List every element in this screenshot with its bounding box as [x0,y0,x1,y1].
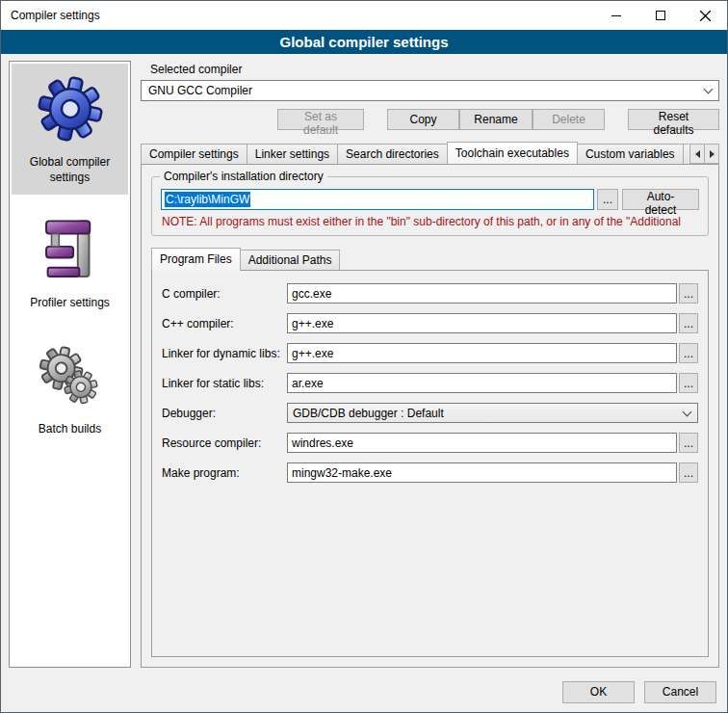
maximize-icon [656,11,665,20]
sidebar-item-label: Batch builds [39,422,101,437]
title-bar: Compiler settings [1,1,727,30]
caption-buttons [594,1,727,30]
tab-build-options-clipped[interactable]: Buil [683,144,689,164]
reset-defaults-button[interactable]: Reset defaults [628,109,719,130]
field-label: Linker for dynamic libs: [162,347,287,360]
field-label: Debugger: [162,407,287,420]
static-linker-input[interactable] [287,373,677,393]
sidebar-item-batch-builds[interactable]: Batch builds [12,330,128,447]
selected-compiler-label: Selected compiler [150,63,719,76]
program-files-panel: C compiler: ... C++ compiler: ... Linker… [151,270,709,657]
tab-search-directories[interactable]: Search directories [337,144,448,164]
browse-resource-compiler-button[interactable]: ... [679,433,698,453]
subtab-program-files[interactable]: Program Files [151,248,241,271]
chevron-down-icon [678,404,695,422]
tab-scroll-left-button[interactable] [689,144,705,164]
browse-directory-button[interactable]: ... [597,189,618,210]
field-row-c-compiler: C compiler: ... [162,283,698,304]
installation-directory-group-title: Compiler's installation directory [160,170,327,183]
field-row-cpp-compiler: C++ compiler: ... [162,313,698,333]
field-row-resource-compiler: Resource compiler: ... [162,433,698,453]
browse-cpp-compiler-button[interactable]: ... [679,313,698,333]
field-label: Linker for static libs: [162,377,287,390]
debugger-select-value: GDB/CDB debugger : Default [293,407,444,420]
banner-title: Global compiler settings [279,34,448,50]
browse-make-program-button[interactable]: ... [679,462,698,483]
settings-category-sidebar: Global compiler settings Profiler settin… [9,61,131,668]
minimize-button[interactable] [594,1,638,30]
copy-button[interactable]: Copy [387,109,459,130]
field-row-static-linker: Linker for static libs: ... [162,373,698,393]
compiler-select-value: GNU GCC Compiler [148,84,252,97]
dynamic-linker-input[interactable] [287,343,677,363]
c-compiler-input[interactable] [287,283,677,304]
tab-scroll-buttons [689,144,719,164]
debugger-select[interactable]: GDB/CDB debugger : Default [287,403,698,423]
dialog-footer: OK Cancel [1,672,727,712]
compiler-settings-dialog: Compiler settings Global compiler settin… [0,0,728,713]
installation-directory-group: Compiler's installation directory C:\ray… [151,176,709,236]
sidebar-item-label: Global compiler settings [13,155,126,185]
tabs-viewport: Compiler settings Linker settings Search… [141,142,689,164]
make-program-input[interactable] [287,462,677,483]
field-label: Make program: [162,466,287,480]
gear-icon [33,71,108,146]
resource-compiler-input[interactable] [287,433,677,453]
field-row-dynamic-linker: Linker for dynamic libs: ... [162,343,698,363]
auto-detect-button[interactable]: Auto-detect [622,189,699,210]
dialog-banner: Global compiler settings [1,30,727,54]
dialog-content: Global compiler settings Profiler settin… [1,54,727,672]
tab-compiler-settings[interactable]: Compiler settings [141,144,247,164]
programs-note: NOTE: All programs must exist either in … [162,215,698,228]
tab-scroll-right-button[interactable] [704,144,719,164]
cancel-button[interactable]: Cancel [644,681,716,703]
settings-tabstrip: Compiler settings Linker settings Search… [141,142,719,164]
browse-dynamic-linker-button[interactable]: ... [679,343,698,363]
rename-button[interactable]: Rename [459,109,533,130]
maximize-button[interactable] [638,1,683,30]
set-as-default-button[interactable]: Set as default [277,109,364,130]
tab-custom-variables[interactable]: Custom variables [577,144,684,164]
compiler-select[interactable]: GNU GCC Compiler [141,80,719,101]
installation-directory-input[interactable]: C:\raylib\MinGW [161,189,594,210]
field-row-make-program: Make program: ... [162,462,698,483]
sidebar-item-label: Profiler settings [30,296,110,311]
installation-directory-value: C:\raylib\MinGW [165,192,250,207]
cpp-compiler-input[interactable] [287,313,677,333]
tab-toolchain-executables[interactable]: Toolchain executables [447,142,578,164]
ok-button[interactable]: OK [562,681,635,703]
browse-static-linker-button[interactable]: ... [679,373,698,393]
window-title: Compiler settings [1,9,100,22]
minimize-icon [611,15,621,16]
sidebar-item-global-compiler-settings[interactable]: Global compiler settings [12,64,128,195]
close-icon [700,11,711,21]
gears-stack-icon [33,338,108,413]
main-panel: Selected compiler GNU GCC Compiler Set a… [141,61,719,668]
compiler-actions: Set as default Copy Rename Delete Reset … [141,109,719,130]
program-files-tabstrip: Program Files Additional Paths [151,248,709,270]
tab-linker-settings[interactable]: Linker settings [247,144,338,164]
arrow-right-icon [710,150,718,158]
profiler-icon [33,212,108,287]
arrow-left-icon [691,150,700,158]
browse-c-compiler-button[interactable]: ... [679,283,698,304]
field-row-debugger: Debugger: GDB/CDB debugger : Default [162,403,698,423]
installation-directory-row: C:\raylib\MinGW ... Auto-detect [161,189,699,210]
chevron-down-icon [699,81,716,100]
field-label: C++ compiler: [162,317,287,330]
close-button[interactable] [683,1,727,30]
delete-button[interactable]: Delete [533,109,605,130]
field-label: C compiler: [162,287,287,301]
sidebar-item-profiler-settings[interactable]: Profiler settings [12,204,128,321]
subtab-additional-paths[interactable]: Additional Paths [240,250,341,270]
field-label: Resource compiler: [162,436,287,450]
toolchain-executables-panel: Compiler's installation directory C:\ray… [141,164,719,668]
